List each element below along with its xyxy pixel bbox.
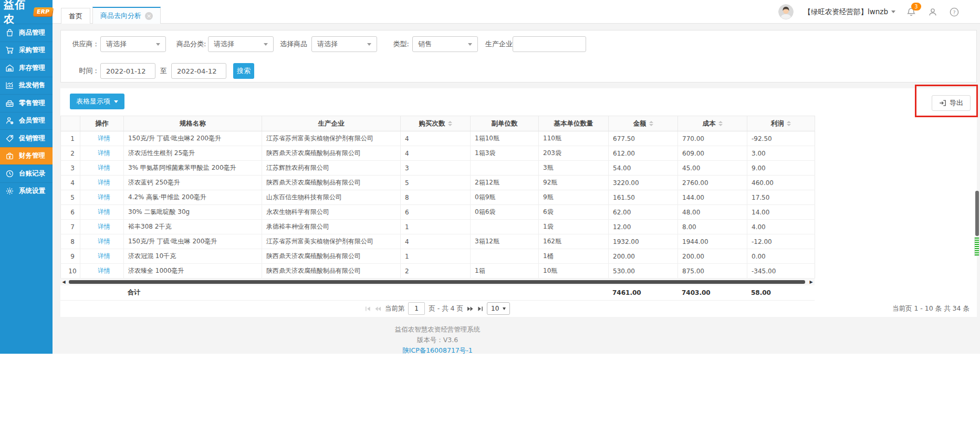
sidebar-item-wholesale[interactable]: 批发销售	[0, 77, 53, 95]
tab-product-destination-analysis[interactable]: 商品去向分析 ×	[92, 7, 161, 24]
date-to-input[interactable]	[171, 63, 226, 79]
clock-icon	[5, 169, 14, 178]
notifications-button[interactable]: 3	[905, 6, 917, 18]
cell-manufacturer: 陕西鼎天济农腐殖酸制品有限公司	[262, 176, 401, 190]
cell-action: 详情	[80, 220, 124, 234]
sort-icon[interactable]	[649, 121, 653, 126]
sidebar-item-retail[interactable]: 零售管理	[0, 94, 53, 112]
column-header-amount[interactable]: 金额	[609, 116, 678, 131]
table-row: 4详情济农蓝钙 250毫升陕西鼎天济农腐殖酸制品有限公司52箱12瓶92瓶322…	[61, 176, 815, 190]
detail-link[interactable]: 详情	[98, 267, 110, 274]
export-button[interactable]: 导出	[932, 95, 971, 111]
close-icon[interactable]: ×	[145, 12, 153, 20]
detail-link[interactable]: 详情	[98, 223, 110, 230]
sidebar-item-member[interactable]: 会员管理	[0, 112, 53, 130]
table-panel: 表格显示项 导出 操作规格名称生产企业购买次数副单位数基本单位数量金额成本利润 …	[60, 88, 977, 317]
column-header-base-units[interactable]: 基本单位数量	[539, 116, 609, 131]
total-cell-index	[60, 285, 80, 300]
product-select[interactable]: 请选择	[311, 36, 377, 52]
page-size-select[interactable]: 10	[487, 302, 510, 315]
previous-page-button[interactable]	[374, 306, 381, 312]
sidebar-item-label: 系统设置	[19, 187, 45, 196]
sidebar-item-purchase[interactable]: 采购管理	[0, 42, 53, 59]
time-label: 时间 :	[61, 66, 100, 76]
total-cell-spec: 合计	[123, 285, 262, 300]
cell-index: 6	[61, 205, 80, 220]
first-page-button[interactable]	[365, 306, 371, 312]
sort-icon[interactable]	[718, 121, 723, 126]
column-header-action[interactable]: 操作	[80, 116, 124, 131]
sort-icon[interactable]	[448, 121, 452, 126]
user-menu[interactable]: 【绿旺农资经营部】lwnzb	[804, 7, 895, 17]
column-header-profit[interactable]: 利润	[747, 116, 815, 131]
column-header-manufacturer[interactable]: 生产企业	[262, 116, 401, 131]
last-page-button[interactable]	[477, 306, 483, 312]
gear-icon	[5, 187, 14, 196]
column-header-purchase-count[interactable]: 购买次数	[401, 116, 471, 131]
detail-link[interactable]: 详情	[98, 208, 110, 215]
cell-index: 5	[61, 190, 80, 205]
vertical-scrollbar-thumb[interactable]	[975, 191, 979, 236]
display-columns-button[interactable]: 表格显示项	[70, 94, 124, 109]
manufacturer-input[interactable]	[513, 36, 586, 52]
logo-erp-badge: ERP	[33, 7, 53, 16]
sidebar-item-ledger[interactable]: 台账记录	[0, 165, 53, 182]
next-page-button[interactable]	[467, 306, 474, 312]
sort-icon[interactable]	[787, 121, 791, 126]
detail-link[interactable]: 详情	[98, 164, 110, 171]
search-button[interactable]: 搜索	[233, 63, 254, 79]
sidebar-item-settings[interactable]: 系统设置	[0, 182, 53, 200]
detail-link[interactable]: 详情	[98, 238, 110, 245]
support-button[interactable]	[927, 6, 939, 18]
cell-manufacturer: 陕西鼎天济农腐殖酸制品有限公司	[262, 264, 401, 279]
column-header-sub-units[interactable]: 副单位数	[471, 116, 539, 131]
cell-manufacturer: 江苏省苏州富美实植物保护剂有限公司	[262, 131, 401, 146]
tab-home[interactable]: 首页	[61, 8, 90, 24]
cell-profit: 14.00	[747, 205, 815, 220]
detail-link[interactable]: 详情	[98, 252, 110, 260]
vertical-scrollbar-green-stripes[interactable]	[974, 237, 979, 256]
column-header-spec[interactable]: 规格名称	[124, 116, 262, 131]
cell-base-units: 1桶	[539, 249, 609, 264]
date-from-input[interactable]	[100, 63, 155, 79]
total-row: 合计7461.007403.0058.00	[60, 285, 815, 300]
sidebar-item-goods[interactable]: 商品管理	[0, 24, 53, 42]
sidebar-item-inventory[interactable]: 库存管理	[0, 59, 53, 77]
chevron-down-icon	[114, 100, 118, 103]
cell-sub-units	[471, 161, 539, 176]
cell-purchase-count: 5	[401, 176, 471, 190]
cell-sub-units	[471, 249, 539, 264]
help-button[interactable]: ?	[948, 6, 960, 18]
category-select[interactable]: 请选择	[208, 36, 274, 52]
cell-base-units: 6袋	[539, 205, 609, 220]
cell-cost: 200.00	[678, 249, 747, 264]
supplier-label: 供应商 :	[61, 39, 100, 49]
table-header-row: 操作规格名称生产企业购买次数副单位数基本单位数量金额成本利润	[61, 116, 815, 131]
detail-link[interactable]: 详情	[98, 179, 110, 186]
pagination-controls: 当前第 页 - 共 4 页 10	[60, 300, 815, 317]
column-header-cost[interactable]: 成本	[678, 116, 747, 131]
column-label: 基本单位数量	[554, 119, 593, 127]
sidebar-item-promotion[interactable]: 促销管理	[0, 129, 53, 147]
horizontal-scrollbar[interactable]: ◀ ▶	[60, 279, 815, 285]
cell-purchase-count: 8	[401, 190, 471, 205]
pagination-bar: 当前第 页 - 共 4 页 10 当前页 1 - 10 条 共 34 条	[60, 300, 977, 317]
supplier-select[interactable]: 请选择	[100, 36, 166, 52]
column-header-index[interactable]	[61, 116, 80, 131]
retail-icon	[5, 99, 14, 108]
detail-link[interactable]: 详情	[98, 193, 110, 201]
detail-link[interactable]: 详情	[98, 135, 110, 142]
page-number-input[interactable]	[408, 302, 425, 315]
avatar[interactable]	[778, 4, 794, 19]
scroll-left-arrow-icon[interactable]: ◀	[60, 279, 67, 285]
type-select[interactable]: 销售	[412, 36, 478, 52]
product-label: 选择商品 ：	[280, 39, 311, 49]
footer-icp-link[interactable]: 陕ICP备16008717号-1	[402, 346, 473, 354]
tab-bar: 首页 商品去向分析 ×	[61, 0, 161, 24]
detail-link[interactable]: 详情	[98, 149, 110, 157]
tab-label: 商品去向分析	[100, 11, 141, 20]
sidebar-item-finance[interactable]: 财务管理	[0, 147, 53, 165]
app-logo: 益佰农 ERP	[0, 0, 53, 24]
horizontal-scrollbar-thumb[interactable]	[69, 280, 805, 284]
scroll-right-arrow-icon[interactable]: ▶	[808, 279, 815, 285]
